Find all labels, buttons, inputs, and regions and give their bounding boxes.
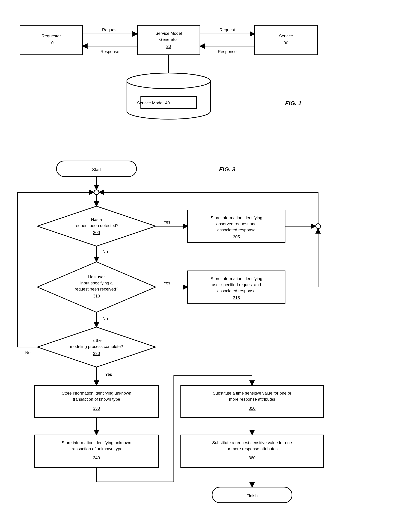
fig1: Requester 10 Service Model Generator 20 … [20, 25, 317, 119]
decision-300: Has a request been detected? 300 [37, 206, 156, 246]
smg-title-l1: Service Model [156, 31, 182, 36]
merge-junction-top [94, 190, 99, 195]
b330-l2: transaction of known type [73, 397, 120, 401]
b330-l1: Store information identifying unknown [62, 391, 131, 395]
b305-l2: observed request and [216, 222, 256, 226]
d300-yes-label: Yes [163, 220, 170, 224]
requester-num: 10 [49, 41, 54, 45]
d300-l2: request been detected? [75, 223, 118, 228]
svc-to-smg-label: Response [218, 49, 237, 54]
d310-l1: Has user [88, 274, 105, 279]
b330-num: 330 [93, 406, 100, 411]
d310-num: 310 [93, 294, 100, 298]
process-330: Store information identifying unknown tr… [34, 385, 159, 418]
d310-l2: input specifying a [80, 281, 113, 285]
d320-l1: Is the [91, 338, 102, 343]
fig1-label: FIG. 1 [285, 100, 301, 107]
decision-320: Is the modeling process complete? 320 [37, 327, 156, 367]
service-num: 30 [284, 41, 288, 45]
b305-num: 305 [233, 234, 240, 239]
smg-box: Service Model Generator 20 [137, 25, 200, 55]
b315-l3: associated response [217, 288, 256, 293]
service-title: Service [279, 34, 293, 38]
smg-to-svc-label: Request [219, 27, 235, 32]
svg-rect-13 [34, 435, 159, 467]
b315-num: 315 [233, 295, 240, 300]
requester-box: Requester 10 [20, 25, 83, 55]
service-model-db: Service Model 40 [127, 73, 210, 119]
b305-l3: associated response [217, 228, 256, 232]
b315-l1: Store information identifying [211, 276, 262, 281]
b340-l1: Store information identifying unknown [62, 440, 131, 445]
d320-yes-label: Yes [105, 372, 112, 377]
d310-yes-label: Yes [163, 281, 170, 285]
b340-num: 340 [93, 456, 100, 460]
d320-no-label: No [25, 350, 31, 355]
fig3: Start FIG. 3 Has a request been detected… [17, 161, 323, 503]
requester-title: Requester [42, 34, 61, 38]
finish-label: Finish [246, 493, 258, 498]
process-360: Substitute a request sensitive value for… [181, 435, 323, 467]
d300-num: 300 [93, 230, 100, 235]
b350-l1: Substitute a time sensitive value for on… [213, 391, 291, 395]
b305-l1: Store information identifying [211, 215, 262, 220]
svg-rect-2 [255, 25, 317, 55]
b360-num: 360 [249, 456, 256, 460]
svg-rect-15 [181, 435, 323, 467]
process-340: Store information identifying unknown tr… [34, 435, 159, 467]
smg-to-req-label: Response [100, 49, 119, 54]
process-350: Substitute a time sensitive value for on… [181, 385, 323, 418]
b340-l2: transaction of unknown type [71, 446, 123, 451]
finish-terminal: Finish [212, 487, 292, 503]
svg-rect-14 [181, 385, 323, 418]
start-label: Start [92, 167, 101, 172]
b360-l2: or more response attributes [226, 446, 277, 451]
process-305: Store information identifying observed r… [188, 210, 285, 242]
d310-l3: request been received? [75, 287, 118, 291]
b350-num: 350 [249, 406, 256, 411]
sm-num: 40 [165, 101, 170, 105]
fig3-label: FIG. 3 [219, 166, 236, 173]
service-box: Service 30 [255, 25, 317, 55]
svg-point-4 [127, 73, 210, 89]
merge-junction-right [316, 224, 321, 228]
d320-num: 320 [93, 351, 100, 356]
b360-l1: Substitute a request sensitive value for… [212, 440, 292, 445]
b315-to-rmerge-arrow [285, 228, 318, 287]
d300-l1: Has a [91, 217, 102, 222]
start-terminal: Start [56, 161, 137, 177]
process-315: Store information identifying user-speci… [188, 271, 285, 303]
b350-l2: more response attributes [229, 397, 275, 401]
sm-title: Service Model [137, 101, 163, 105]
b315-l2: user-specified request and [212, 282, 261, 287]
svg-rect-0 [20, 25, 83, 55]
smg-num: 20 [166, 44, 171, 49]
d320-l2: modeling process complete? [70, 344, 123, 349]
decision-310: Has user input specifying a request been… [37, 262, 156, 312]
smg-title-l2: Generator [159, 37, 178, 42]
req-to-smg-label: Request [102, 27, 118, 32]
svg-rect-12 [34, 385, 159, 418]
d300-no-label: No [103, 249, 108, 254]
d310-no-label: No [103, 316, 108, 321]
